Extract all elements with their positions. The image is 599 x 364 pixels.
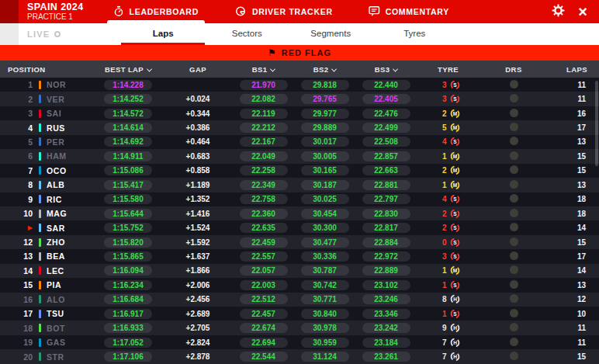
laps-count: 15 (548, 238, 599, 247)
driver-code: RIC (47, 195, 62, 204)
tyre-cell: 2 M (417, 109, 480, 119)
table-row[interactable]: 16 ▶ ALO 1:16.684 +2.456 22.512 30.771 2… (0, 293, 599, 307)
team-color-bar (39, 266, 41, 275)
table-row[interactable]: 10 ▶ MAG 1:15.644 +1.416 22.360 30.454 2… (0, 206, 599, 220)
table-row[interactable]: 18 ▶ BOT 1:16.933 +2.705 22.674 30.978 2… (0, 321, 599, 335)
best-sector2-time: 30.840 (301, 309, 349, 319)
tyre-compound-icon: H (450, 323, 460, 333)
table-row[interactable]: 19 ▶ GAS 1:17.052 +2.824 22.694 30.959 2… (0, 335, 599, 349)
laps-count: 17 (548, 123, 599, 132)
table-row[interactable]: 3 ▶ SAI 1:14.572 +0.344 22.119 29.977 22… (0, 106, 599, 120)
drs-indicator (510, 280, 518, 289)
laps-count: 11 (548, 324, 599, 332)
best-sector2-time: 30.742 (301, 280, 349, 290)
column-header-gap[interactable]: GAP (163, 65, 233, 74)
svg-text:S: S (453, 239, 457, 244)
best-sector2-time: 30.300 (301, 223, 349, 233)
tyre-compound-icon: M (450, 165, 460, 175)
column-header-position[interactable]: POSITION (0, 65, 93, 74)
tyre-cell: 3 S (417, 94, 480, 104)
tab-sectors[interactable]: Sectors (205, 23, 289, 45)
scrollbar-track[interactable] (595, 81, 598, 360)
column-header-bs1[interactable]: BS1 (233, 65, 294, 74)
tab-commentary[interactable]: COMMENTARY (369, 0, 449, 23)
best-sector1-time: 22.003 (240, 280, 288, 290)
position: 10 (0, 209, 33, 218)
table-row[interactable]: 12 ▶ ZHO 1:15.820 +1.592 22.459 30.477 2… (0, 235, 599, 249)
gap-value: +0.344 (163, 109, 233, 118)
team-color-bar (39, 210, 41, 218)
drs-indicator (510, 352, 518, 360)
driver-cell: 20 ▶ STR (0, 352, 93, 362)
tyre-age: 1 (437, 310, 447, 318)
column-header-best-lap[interactable]: BEST LAP (93, 65, 163, 74)
table-row[interactable]: 9 ▶ RIC 1:15.580 +1.352 22.758 30.025 22… (0, 192, 599, 206)
table-row[interactable]: 7 ▶ OCO 1:15.086 +0.858 22.258 30.165 22… (0, 164, 599, 178)
table-row[interactable]: 2 ▶ VER 1:14.252 +0.024 22.082 29.765 22… (0, 92, 599, 106)
driver-cell: 2 ▶ VER (0, 95, 93, 104)
event-title: SPAIN 2024 (27, 2, 84, 13)
close-icon[interactable]: × (578, 4, 587, 19)
best-sector1-time: 22.694 (240, 338, 288, 348)
laps-count: 10 (548, 310, 599, 318)
table-row[interactable]: 13 ▶ BEA 1:15.865 +1.637 22.557 30.336 2… (0, 249, 599, 263)
tab-segments[interactable]: Segments (289, 23, 372, 45)
best-sector3-time: 23.261 (362, 352, 410, 362)
tyre-cell: 2 M (417, 165, 480, 175)
table-row[interactable]: 4 ▶ RUS 1:14.614 +0.386 22.212 29.889 22… (0, 120, 599, 134)
driver-code: ALB (47, 180, 64, 189)
position: 16 (0, 295, 33, 304)
team-color-bar (39, 166, 41, 175)
best-lap-time: 1:15.865 (104, 251, 152, 262)
table-row[interactable]: 6 ▶ HAM 1:14.911 +0.683 22.049 30.005 22… (0, 149, 599, 163)
best-sector3-time: 22.857 (362, 151, 410, 161)
table-row[interactable]: 14 ▶ LEC 1:16.094 +1.866 22.057 30.787 2… (0, 264, 599, 278)
gear-icon[interactable] (552, 4, 565, 20)
column-header-laps[interactable]: LAPS (548, 65, 599, 74)
best-sector3-time: 22.499 (362, 123, 410, 133)
gap-value: +2.689 (163, 310, 233, 318)
tab-leaderboard[interactable]: LEADERBOARD (113, 0, 199, 23)
scrollbar-thumb[interactable] (595, 81, 598, 166)
column-header-bs2[interactable]: BS2 (294, 65, 355, 74)
drs-indicator (510, 94, 518, 102)
table-row[interactable]: 15 ▶ PIA 1:16.234 +2.006 22.003 30.742 2… (0, 278, 599, 292)
tyre-compound-icon: S (450, 194, 460, 204)
drs-indicator (510, 309, 518, 317)
team-color-bar (39, 295, 41, 303)
column-header-drs[interactable]: DRS (480, 65, 548, 74)
tab-tyres[interactable]: Tyres (372, 23, 456, 45)
best-lap-time: 1:16.234 (104, 280, 152, 290)
svg-text:H: H (453, 325, 457, 331)
column-header-bs3[interactable]: BS3 (355, 65, 417, 74)
best-sector3-time: 22.508 (362, 137, 410, 147)
best-sector1-time: 22.057 (240, 265, 288, 276)
best-sector2-time: 30.787 (301, 265, 349, 276)
column-header-tyre[interactable]: TYRE (417, 65, 480, 74)
best-lap-time: 1:16.933 (104, 323, 152, 333)
laps-count: 11 (548, 95, 599, 103)
best-sector3-time: 23.102 (362, 280, 410, 290)
tyre-age: 2 (437, 109, 447, 118)
tyre-cell: 7 H (417, 338, 480, 348)
svg-text:S: S (453, 139, 457, 144)
table-row[interactable]: 8 ▶ ALB 1:15.417 +1.189 22.349 30.187 22… (0, 178, 599, 192)
table-row[interactable]: 5 ▶ PER 1:14.692 +0.464 22.167 30.017 22… (0, 135, 599, 149)
table-row[interactable]: 1 ▶ NOR 1:14.228 21.970 29.818 22.440 3 … (0, 78, 599, 92)
table-row[interactable]: 17 ▶ TSU 1:16.917 +2.689 22.457 30.840 2… (0, 307, 599, 321)
svg-text:M: M (452, 268, 456, 273)
tab-laps[interactable]: Laps (121, 23, 205, 45)
driver-code: MAG (47, 209, 67, 218)
tyre-compound-icon: M (450, 109, 460, 119)
tyre-age: 4 (437, 137, 447, 146)
best-sector2-time: 30.959 (301, 338, 349, 348)
tyre-compound-icon: S (450, 309, 460, 319)
table-row[interactable]: ▶ SAR 1:15.752 +1.524 22.635 30.300 22.8… (0, 220, 599, 234)
table-row[interactable]: 20 ▶ STR 1:17.106 +2.878 22.544 31.124 2… (0, 349, 599, 363)
pit-indicator-icon: ▶ (0, 225, 33, 231)
tab-driver-tracker[interactable]: DRIVER TRACKER (234, 0, 333, 23)
best-sector1-time: 22.557 (240, 251, 288, 262)
team-color-bar (39, 181, 41, 189)
position: 2 (0, 95, 33, 104)
tyre-age: 2 (437, 210, 447, 218)
